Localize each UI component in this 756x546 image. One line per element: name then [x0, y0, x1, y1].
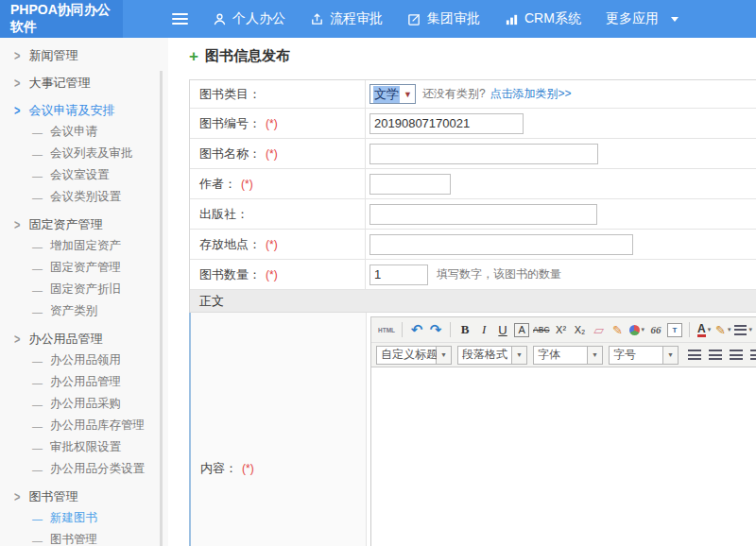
editor-cell: HTML ↶ ↷ B I U A ABC X² X₂ ▱ ✎	[367, 313, 756, 546]
eraser-icon[interactable]: ▱	[592, 320, 607, 339]
dash-icon: —	[32, 263, 43, 274]
nav-label: 集团审批	[427, 10, 480, 27]
ordered-list-icon[interactable]: ▾	[734, 320, 752, 339]
page-title: + 图书信息发布	[189, 45, 756, 66]
font-size-select[interactable]: 字号 ▼	[609, 346, 679, 365]
heading-select-value: 自定义标题	[376, 346, 437, 365]
highlight-color-icon[interactable]: ✎▾	[715, 320, 730, 339]
editor-content[interactable]	[371, 367, 756, 546]
sidebar-item-asset-category[interactable]: — 资产类别	[0, 300, 168, 322]
item-label: 办公用品领用	[50, 352, 121, 368]
font-family-select[interactable]: 字体 ▼	[533, 346, 603, 365]
required-mark: (*)	[241, 178, 253, 191]
book-name-input[interactable]	[369, 144, 598, 164]
item-label: 资产类别	[50, 303, 97, 319]
form-row-quantity: 图书数量： (*) 填写数字，该图书的数量	[190, 260, 756, 290]
sidebar-item-meeting-list[interactable]: — 会议列表及审批	[0, 143, 168, 164]
select-arrow-icon: ▼	[588, 346, 603, 365]
sidebar-item-meeting-category[interactable]: — 会议类别设置	[0, 186, 168, 208]
location-input[interactable]	[369, 234, 633, 255]
nav-group-approval[interactable]: 集团审批	[407, 10, 480, 27]
quantity-input[interactable]	[369, 264, 428, 285]
format-brush-icon[interactable]: ✎	[610, 320, 626, 339]
author-input[interactable]	[369, 174, 451, 195]
sidebar-group-supplies[interactable]: > 办公用品管理	[0, 329, 168, 350]
nav-personal-office[interactable]: 个人办公	[213, 10, 285, 27]
sidebar: > 新闻管理 > 大事记管理 > 会议申请及安排 — 会议申请 — 会议列表及审…	[0, 38, 168, 546]
sidebar-group-news[interactable]: > 新闻管理	[0, 45, 168, 66]
workflow-approve-icon	[310, 12, 324, 26]
font-name-icon[interactable]: A	[514, 323, 529, 337]
group-label: 图书管理	[28, 488, 77, 505]
quick-format-icon[interactable]: ▾	[629, 320, 645, 339]
heading-select[interactable]: 自定义标题 ▼	[376, 346, 452, 365]
dash-icon: —	[32, 513, 43, 524]
group-label: 会议申请及安排	[28, 102, 114, 119]
superscript-icon[interactable]: X²	[554, 320, 569, 339]
sidebar-group-books[interactable]: > 图书管理	[0, 486, 168, 507]
menu-toggle-icon[interactable]	[172, 13, 188, 25]
sidebar-item-supplies-purchase[interactable]: — 办公用品采购	[0, 393, 168, 415]
sidebar-item-supplies-classify[interactable]: — 办公用品分类设置	[0, 458, 168, 480]
label-text: 存放地点：	[199, 236, 261, 253]
underline-icon[interactable]: U	[495, 320, 510, 339]
editor-toolbar-row2: 自定义标题 ▼ 段落格式 ▼ 字体 ▼ 字号 ▼	[371, 343, 756, 367]
font-color-icon[interactable]: A▾	[696, 320, 712, 339]
align-left-icon[interactable]	[688, 350, 701, 360]
dash-icon: —	[32, 399, 43, 410]
main-content: + 图书信息发布 图书类目： 文学 ▼ 还没有类别? 点击添加类别>> 图书编号…	[168, 38, 756, 546]
strikethrough-icon[interactable]: ABC	[533, 320, 549, 339]
redo-icon[interactable]: ↷	[428, 320, 443, 339]
paragraph-select-value: 段落格式	[457, 346, 512, 365]
align-right-icon[interactable]	[730, 350, 743, 360]
sidebar-item-meeting-room[interactable]: — 会议室设置	[0, 164, 168, 186]
sidebar-item-book-new[interactable]: — 新建图书	[0, 507, 168, 529]
paragraph-format-select[interactable]: 段落格式 ▼	[457, 346, 527, 365]
book-code-input[interactable]	[369, 113, 524, 134]
item-label: 新建图书	[50, 510, 97, 526]
sidebar-item-meeting-apply[interactable]: — 会议申请	[0, 121, 168, 143]
sidebar-item-asset-add[interactable]: — 增加固定资产	[0, 235, 168, 257]
chevron-right-icon: >	[14, 218, 20, 232]
sidebar-item-approval-permission[interactable]: — 审批权限设置	[0, 436, 168, 458]
bold-icon[interactable]: B	[457, 320, 472, 339]
dash-icon: —	[32, 306, 43, 317]
sidebar-item-supplies-inventory[interactable]: — 办公用品库存管理	[0, 415, 168, 436]
select-arrow-icon: ▼	[437, 346, 452, 365]
publisher-input[interactable]	[369, 204, 597, 225]
sidebar-item-supplies-use[interactable]: — 办公用品领用	[0, 350, 168, 371]
field-value	[366, 140, 756, 168]
undo-icon[interactable]: ↶	[409, 320, 424, 339]
sidebar-group-assets[interactable]: > 固定资产管理	[0, 214, 168, 235]
nav-workflow-approval[interactable]: 流程审批	[310, 10, 383, 27]
sidebar-group-events[interactable]: > 大事记管理	[0, 73, 168, 94]
html-source-icon[interactable]: HTML	[378, 320, 395, 339]
align-justify-icon[interactable]	[750, 350, 756, 360]
italic-icon[interactable]: I	[476, 320, 491, 339]
sidebar-item-asset-manage[interactable]: — 固定资产管理	[0, 257, 168, 279]
group-edit-icon	[407, 12, 421, 26]
align-center-icon[interactable]	[709, 350, 722, 360]
dash-icon: —	[32, 192, 43, 203]
nav-crm-system[interactable]: CRM系统	[505, 10, 581, 27]
sidebar-group-meeting[interactable]: > 会议申请及安排	[0, 100, 168, 121]
dash-icon: —	[32, 284, 43, 296]
field-label: 图书类目：	[190, 80, 366, 108]
item-label: 办公用品管理	[50, 374, 121, 390]
nav-more-apps[interactable]: 更多应用	[606, 10, 679, 27]
subscript-icon[interactable]: X₂	[573, 320, 588, 339]
label-text: 出版社：	[199, 206, 249, 223]
sidebar-item-supplies-manage[interactable]: — 办公用品管理	[0, 371, 168, 393]
sidebar-item-asset-depreciation[interactable]: — 固定资产折旧	[0, 279, 168, 300]
size-select-value: 字号	[609, 346, 663, 365]
label-text: 图书编号：	[199, 115, 261, 132]
item-label: 办公用品分类设置	[50, 461, 145, 477]
label-text: 作者：	[199, 176, 236, 193]
category-select[interactable]: 文学 ▼	[369, 84, 416, 104]
paste-text-icon[interactable]: T	[667, 323, 682, 337]
sidebar-item-book-manage[interactable]: — 图书管理	[0, 529, 168, 546]
blockquote-icon[interactable]: 66	[648, 320, 663, 339]
add-category-link[interactable]: 点击添加类别>>	[490, 86, 572, 102]
book-form: 图书类目： 文学 ▼ 还没有类别? 点击添加类别>> 图书编号： (*)	[189, 79, 756, 546]
sidebar-scrollbar[interactable]	[160, 71, 163, 546]
